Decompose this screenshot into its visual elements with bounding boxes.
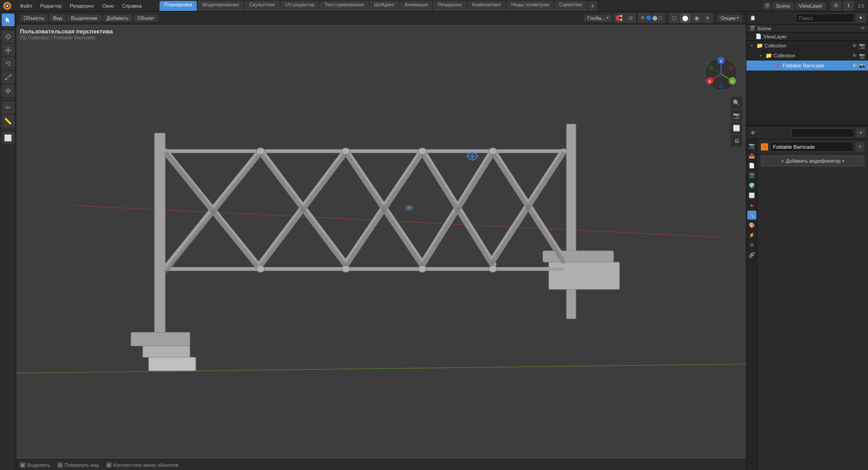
tree-item-foldable-barricade[interactable]: ▸ 🔺 Foldable Barricade 👁 📷 <box>746 61 868 70</box>
transform-tool[interactable] <box>2 85 14 97</box>
collection-root-label: Collection <box>764 43 849 48</box>
render-icon-0[interactable]: 📷 <box>859 42 865 49</box>
viewport-3d[interactable]: Пользовательская перспектива (S) Collect… <box>16 24 746 459</box>
expand-triangle-0[interactable]: ▾ <box>749 43 755 48</box>
snap-btn[interactable]: 🧲 <box>614 13 625 23</box>
tab-shading[interactable]: Шейдинг <box>370 1 399 11</box>
collection-inner-label: Collection <box>774 53 849 58</box>
rendered-mode[interactable]: ☀ <box>703 13 713 23</box>
visibility-icon-0[interactable]: 👁 <box>851 42 858 49</box>
svg-marker-12 <box>5 49 6 51</box>
menu-help[interactable]: Справка <box>118 2 145 9</box>
svg-rect-51 <box>543 251 613 262</box>
zoom-in-btn[interactable]: 🔍 <box>731 97 742 108</box>
scene-selector[interactable]: Scene <box>772 2 793 9</box>
objects-menu[interactable]: Объекты <box>20 14 47 22</box>
visibility-icon-2[interactable]: 👁 <box>851 62 858 69</box>
top-right-icons: ⚙ ℹ 3.6 <box>830 1 866 11</box>
tab-rendering[interactable]: Рендеринг <box>433 1 467 11</box>
mesh-props-icon[interactable]: 🔺 <box>747 201 756 210</box>
annotate-tool[interactable]: ✏ <box>2 101 14 114</box>
svg-point-84 <box>409 207 410 208</box>
select-tool[interactable] <box>2 14 14 26</box>
shader-props-icon[interactable]: 🎨 <box>747 221 756 230</box>
viewlayer-row: 📄 ViewLayer <box>746 33 868 41</box>
add-menu[interactable]: Добавить <box>103 14 132 22</box>
foldable-barricade-icons: 👁 📷 <box>851 62 865 69</box>
left-toolbar: ✏ 📏 ⬜ <box>0 12 16 470</box>
physics-props-icon[interactable]: ⚙ <box>747 240 756 249</box>
add-modifier-btn[interactable]: + Добавить модификатор ▾ <box>761 155 864 166</box>
tab-layout[interactable]: Планировка <box>160 1 197 11</box>
select-menu[interactable]: Выделение <box>67 14 101 22</box>
properties-filter-btn[interactable]: ▼ <box>856 128 865 137</box>
modifier-props-icon[interactable]: 🔧 <box>747 211 756 220</box>
options-btn[interactable]: Опции ▾ <box>717 14 742 22</box>
cursor-tool[interactable] <box>2 30 14 43</box>
svg-point-100 <box>719 85 723 89</box>
tab-scripting[interactable]: Скриптинг <box>555 1 587 11</box>
menu-file[interactable]: Файл <box>16 2 36 9</box>
scale-tool[interactable] <box>2 71 14 84</box>
svg-text:Y: Y <box>731 80 734 84</box>
tab-geometry-nodes[interactable]: Ноды геометрии <box>507 1 554 11</box>
collection-icon-1: 📁 <box>765 52 772 59</box>
object-name-input[interactable] <box>770 142 854 152</box>
add-tool[interactable]: ⬜ <box>2 132 14 144</box>
viewlayer-selector[interactable]: ViewLayer <box>796 2 826 9</box>
tab-texture[interactable]: Текстурирование <box>320 1 369 11</box>
svg-marker-10 <box>7 47 9 48</box>
tab-modeling[interactable]: Моделирование <box>198 1 244 11</box>
svg-point-80 <box>418 266 426 272</box>
menu-render-top[interactable]: Рендеринг <box>66 2 98 9</box>
render-props-icon[interactable]: 📷 <box>747 141 756 150</box>
render-icon-2[interactable]: 📷 <box>859 62 865 69</box>
view-menu[interactable]: Вид <box>49 14 66 22</box>
tab-compositing[interactable]: Композитинг <box>467 1 506 11</box>
expand-triangle-2[interactable]: ▸ <box>767 63 773 68</box>
scene-props-icon[interactable]: 🎬 <box>747 171 756 180</box>
global-transform[interactable]: Глоба... ▾ <box>584 14 612 22</box>
solid-mode[interactable]: ⬤ <box>680 13 691 23</box>
object-btn[interactable]: ⬜ <box>731 122 742 134</box>
overlay-icons[interactable]: 👁 🔵 ⬤ ⬡ <box>638 13 665 23</box>
object-props-icon[interactable]: ⬜ <box>747 191 756 200</box>
lmb-icon: ◉ <box>20 462 25 468</box>
render-icon-1[interactable]: 📷 <box>859 52 865 59</box>
object-menu[interactable]: Объект <box>134 14 158 22</box>
menu-window[interactable]: Окно <box>99 2 118 9</box>
world-props-icon[interactable]: 🌍 <box>747 181 756 190</box>
camera-btn[interactable]: 📷 <box>731 109 742 121</box>
particles-props-icon[interactable]: ⚡ <box>747 230 756 240</box>
visibility-icon-1[interactable]: 👁 <box>851 52 858 59</box>
outliner-search-input[interactable] <box>796 14 854 23</box>
expand-triangle-1[interactable]: ▾ <box>758 53 764 58</box>
info-icon-btn[interactable]: ℹ <box>843 1 854 11</box>
tab-sculpting[interactable]: Скульптинг <box>245 1 280 11</box>
properties-search-input[interactable] <box>791 128 854 137</box>
output-props-icon[interactable]: 📤 <box>747 151 756 160</box>
navigation-gizmo[interactable]: Z X Y <box>703 56 739 92</box>
settings-icon-btn[interactable]: ⚙ <box>830 1 841 11</box>
tree-item-collection-inner[interactable]: ▾ 📁 Collection 👁 📷 <box>746 51 868 61</box>
scene-eye[interactable]: 👁 <box>861 26 865 31</box>
tab-uv[interactable]: UV-редактор <box>281 1 319 11</box>
viewport-render-btn[interactable]: 🖥 <box>731 135 742 146</box>
object-name-options[interactable]: ▼ <box>855 142 864 152</box>
collection-inner-icons: 👁 📷 <box>851 52 865 59</box>
right-panel: 📋 ▼ 🎬 Scene 👁 📄 ViewLayer <box>746 12 868 470</box>
wireframe-mode[interactable]: ⬡ <box>669 13 679 23</box>
menu-edit[interactable]: Редактор <box>37 2 65 9</box>
tab-animation[interactable]: Анимация <box>400 1 433 11</box>
collection-root-icons: 👁 📷 <box>851 42 865 49</box>
rotate-tool[interactable] <box>2 57 14 70</box>
view-layer-props-icon[interactable]: 📄 <box>747 161 756 170</box>
constraints-props-icon[interactable]: 🔗 <box>747 250 756 259</box>
move-tool[interactable] <box>2 44 14 56</box>
outliner-filter-btn[interactable]: ▼ <box>856 14 865 23</box>
material-mode[interactable]: ◉ <box>691 13 702 23</box>
measure-tool[interactable]: 📏 <box>2 115 14 127</box>
proportional-btn[interactable]: ⊙ <box>625 13 636 23</box>
tree-item-collection-root[interactable]: ▾ 📁 Collection 👁 📷 <box>746 41 868 51</box>
version-label: 3.6 <box>856 3 866 9</box>
